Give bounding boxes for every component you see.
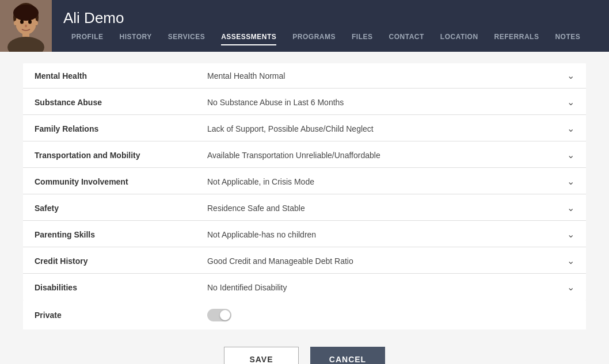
assessment-value: Not Applicable-has no children — [207, 230, 561, 239]
nav-tab-programs[interactable]: PROGRAMS — [284, 30, 344, 43]
chevron-down-icon[interactable]: ⌄ — [567, 176, 574, 187]
header: Ali Demo PROFILEHISTORYSERVICESASSESSMEN… — [0, 0, 609, 52]
main-content: Mental HealthMental Health Normal⌄Substa… — [0, 52, 609, 364]
assessment-value: Not Applicable, in Crisis Mode — [207, 177, 561, 186]
assessment-value: Good Credit and Manageable Debt Ratio — [207, 256, 561, 266]
assessment-value: No Substance Abuse in Last 6 Months — [207, 98, 561, 107]
avatar — [0, 0, 52, 52]
nav-tab-contact[interactable]: CONTACT — [381, 30, 432, 43]
header-info: Ali Demo PROFILEHISTORYSERVICESASSESSMEN… — [52, 3, 609, 49]
chevron-down-icon[interactable]: ⌄ — [567, 282, 574, 293]
assessment-label: Parenting Skills — [35, 230, 207, 239]
assessment-row: DisabilitiesNo Identified Disability⌄ — [23, 275, 586, 300]
nav-tab-files[interactable]: FILES — [344, 30, 381, 43]
assessment-row: Parenting SkillsNot Applicable-has no ch… — [23, 222, 586, 247]
nav-tab-referrals[interactable]: REFERRALS — [486, 30, 547, 43]
chevron-down-icon[interactable]: ⌄ — [567, 229, 574, 240]
private-row: Private — [23, 301, 586, 329]
assessment-value: Lack of Support, Possible Abuse/Child Ne… — [207, 124, 561, 133]
assessment-row: Transportation and MobilityAvailable Tra… — [23, 143, 586, 168]
assessment-value: Available Transportation Unreliable/Unaf… — [207, 151, 561, 160]
svg-point-10 — [35, 21, 38, 25]
nav-tab-assessments[interactable]: ASSESSMENTS — [213, 30, 284, 43]
assessment-value: No Identified Disability — [207, 283, 561, 292]
assessment-label: Safety — [35, 204, 207, 213]
assessment-label: Community Involvement — [35, 177, 207, 186]
svg-point-3 — [13, 5, 39, 21]
chevron-down-icon[interactable]: ⌄ — [567, 150, 574, 160]
chevron-down-icon[interactable]: ⌄ — [567, 123, 574, 134]
assessment-label: Substance Abuse — [35, 98, 207, 107]
assessment-label: Mental Health — [35, 71, 207, 81]
assessment-row: Community InvolvementNot Applicable, in … — [23, 169, 586, 194]
button-row: SAVE CANCEL — [23, 347, 586, 364]
assessment-row: Family RelationsLack of Support, Possibl… — [23, 116, 586, 141]
cancel-button[interactable]: CANCEL — [310, 347, 385, 364]
svg-point-5 — [28, 20, 32, 24]
assessments-container: Mental HealthMental Health Normal⌄Substa… — [23, 63, 586, 301]
assessment-row: Credit HistoryGood Credit and Manageable… — [23, 248, 586, 274]
save-button[interactable]: SAVE — [224, 347, 299, 364]
private-label: Private — [35, 311, 207, 320]
client-name: Ali Demo — [63, 9, 597, 27]
assessment-label: Credit History — [35, 256, 207, 266]
svg-point-6 — [25, 25, 27, 28]
chevron-down-icon[interactable]: ⌄ — [567, 255, 574, 266]
chevron-down-icon[interactable]: ⌄ — [567, 97, 574, 108]
nav-tab-location[interactable]: LOCATION — [432, 30, 486, 43]
private-toggle[interactable] — [207, 309, 231, 321]
assessment-row: Substance AbuseNo Substance Abuse in Las… — [23, 90, 586, 115]
nav-tab-services[interactable]: SERVICES — [160, 30, 213, 43]
svg-point-9 — [14, 21, 17, 25]
nav-tab-profile[interactable]: PROFILE — [63, 30, 112, 43]
assessment-row: Mental HealthMental Health Normal⌄ — [23, 63, 586, 89]
assessment-row: SafetyResidence Safe and Stable⌄ — [23, 196, 586, 221]
assessment-label: Transportation and Mobility — [35, 151, 207, 160]
chevron-down-icon[interactable]: ⌄ — [567, 202, 574, 213]
assessment-label: Family Relations — [35, 124, 207, 133]
nav-tabs: PROFILEHISTORYSERVICESASSESSMENTSPROGRAM… — [63, 30, 597, 43]
chevron-down-icon[interactable]: ⌄ — [567, 70, 574, 81]
nav-tab-history[interactable]: HISTORY — [112, 30, 160, 43]
assessment-value: Residence Safe and Stable — [207, 204, 561, 213]
nav-tab-notes[interactable]: NOTES — [547, 30, 588, 43]
assessment-value: Mental Health Normal — [207, 71, 561, 81]
assessment-label: Disabilities — [35, 283, 207, 292]
svg-point-4 — [20, 20, 24, 24]
